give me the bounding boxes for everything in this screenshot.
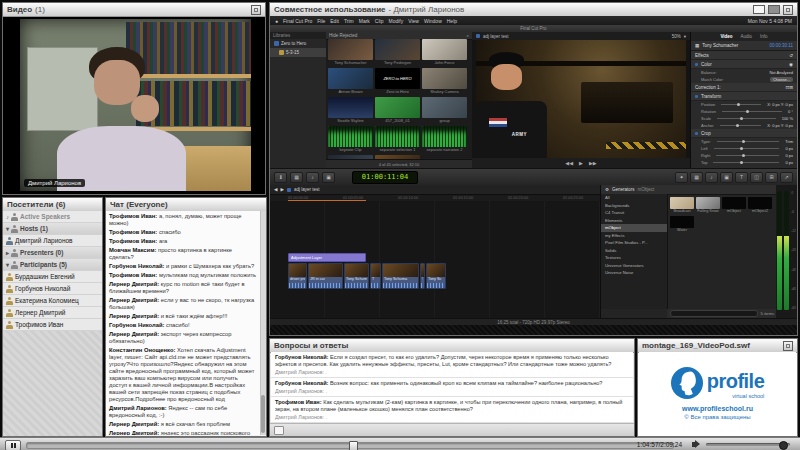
media-browser-icon[interactable]: T [735,172,748,183]
menu-item[interactable]: View [408,18,419,24]
menu-clock[interactable]: Mon Nov 5 4:08 PM [748,18,792,24]
clip-thumbnail[interactable] [422,68,467,89]
share-view-icon[interactable] [753,5,765,14]
branding-fullscreen-icon[interactable] [783,341,793,351]
media-browser-icon[interactable]: ◫ [750,172,763,183]
attendee-row[interactable]: Hosts (1) [3,223,102,235]
generator-item[interactable]: Broadcast [670,197,694,214]
clip-thumbnail[interactable] [422,126,467,147]
timeline-back-icon[interactable]: ◀ [274,187,277,192]
value-slider[interactable] [713,162,779,163]
seek-bar[interactable] [26,442,674,449]
browser-clip[interactable]: group [422,97,467,124]
clip-thumbnail[interactable] [422,97,467,118]
browser-clip[interactable]: John Force [422,39,467,66]
seek-handle[interactable] [349,441,358,450]
menu-item[interactable]: Edit [330,18,339,24]
qa-input-icon[interactable] [274,426,284,435]
event-item[interactable]: 5-3-15 [270,48,326,57]
transform-section[interactable]: Transform [691,92,797,101]
timeline-clip[interactable]: Tony Schum [344,263,369,289]
media-browser-icon[interactable]: ♪ [705,172,718,183]
adjustment-layer-clip[interactable]: Adjustment Layer [288,253,366,262]
toolbar-tool-icon[interactable]: ♪ [306,172,319,183]
generator-category[interactable]: Universe Generators [601,262,667,270]
viewer-zoom-menu[interactable]: 50% [672,34,681,39]
timeline-project-tab[interactable]: adj layer test [294,187,320,192]
reset-icon[interactable]: ↺ [789,53,793,58]
attendee-row[interactable]: Екатерина Коломиец [3,295,102,307]
transport-button[interactable]: ▶▶ [589,160,597,166]
menu-item[interactable]: Window [424,18,442,24]
crop-checkbox[interactable] [695,132,698,135]
brand-url[interactable]: www.profileschool.ru [682,405,753,412]
menu-item[interactable]: Help [447,18,457,24]
generator-category[interactable]: Universe Noise [601,269,667,277]
toolbar-tool-icon[interactable]: ⬇ [274,172,287,183]
transform-checkbox[interactable] [695,95,698,98]
toolbar-tool-icon[interactable]: ▣ [322,172,335,183]
chat-scrollbar[interactable] [260,211,266,435]
browser-clip[interactable]: Shakey Camera [422,68,467,95]
volume-handle[interactable] [779,441,788,450]
media-browser-icon[interactable]: ↗ [780,172,793,183]
menu-item[interactable]: File [317,18,325,24]
browser-clip[interactable]: keynote Clip [328,126,373,153]
generator-category[interactable]: Textures [601,254,667,262]
value-slider[interactable] [717,141,779,142]
generator-category[interactable]: Solids [601,247,667,255]
media-browser-icon[interactable]: ✦ [675,172,688,183]
pause-button[interactable] [5,440,21,450]
clip-thumbnail[interactable] [422,39,467,60]
color-section[interactable]: Color◉ [691,60,797,69]
clip-thumbnail[interactable] [328,68,373,89]
choose-button[interactable]: Choose... [770,77,793,82]
menu-item[interactable]: Modify [388,18,403,24]
clip-thumbnail[interactable] [375,97,420,118]
attendee-row[interactable]: Горбунов Николай [3,283,102,295]
clip-thumbnail[interactable]: ZERO to HERO [375,68,420,89]
generator-thumbnail[interactable] [670,197,694,209]
tab-info[interactable]: Info [760,34,768,39]
timeline-clip[interactable]: JR in car [308,263,343,289]
clip-thumbnail[interactable] [328,97,373,118]
generator-category[interactable]: mObject [601,224,667,232]
generator-thumbnail[interactable] [670,216,694,228]
chat-scrollbar-thumb[interactable] [261,395,265,433]
attendee-row[interactable]: Трофимов Иван [3,319,102,331]
transport-button[interactable]: ◀◀ [565,160,573,166]
generator-category[interactable]: All [601,194,667,202]
value-slider[interactable] [717,118,776,119]
value-slider[interactable] [716,155,779,156]
menu-item[interactable]: ● [275,18,278,24]
video-fullscreen-icon[interactable] [251,5,261,15]
timeline-clip[interactable]: Tony Schuma [382,263,419,289]
clip-thumbnail[interactable] [328,126,373,147]
browser-clip[interactable]: ZERO to HERO Zero to Hero [375,68,420,95]
tab-audio[interactable]: Audio [741,34,753,39]
tab-video[interactable]: Video [720,34,732,39]
media-browser-icon[interactable]: ▦ [690,172,703,183]
timeline-clip[interactable]: T [420,263,425,289]
crop-section[interactable]: Crop [691,129,797,138]
attendee-row[interactable]: Лернер Дмитрий [3,307,102,319]
color-checkbox[interactable] [695,63,698,66]
generator-category[interactable]: C4 Transit [601,209,667,217]
browser-clip[interactable]: Tony Pedregon [375,39,420,66]
value-slider[interactable] [714,148,780,149]
attendee-row[interactable]: Бурдашкин Евгений [3,271,102,283]
share-view-alt-icon[interactable] [768,5,780,14]
generator-item[interactable]: Falling Snow [696,197,720,214]
color-wheel-icon[interactable]: ◉ [789,62,793,67]
library-item[interactable]: Zero to Hero [270,39,326,48]
viewer-zoom-caret-icon[interactable]: ▾ [684,34,686,39]
attendee-row[interactable]: Presenters (0) [3,247,102,259]
menu-item[interactable]: Clip [375,18,384,24]
value-slider[interactable] [722,111,782,112]
browser-clip[interactable]: separate narration 2 [422,126,467,153]
timeline-fwd-icon[interactable]: ▶ [280,187,283,192]
generator-thumbnail[interactable] [722,197,746,209]
browser-clip[interactable]: Antron Brown [328,68,373,95]
transport-button[interactable]: ▶ [579,160,583,166]
generator-item[interactable]: mObject2 [748,197,772,214]
